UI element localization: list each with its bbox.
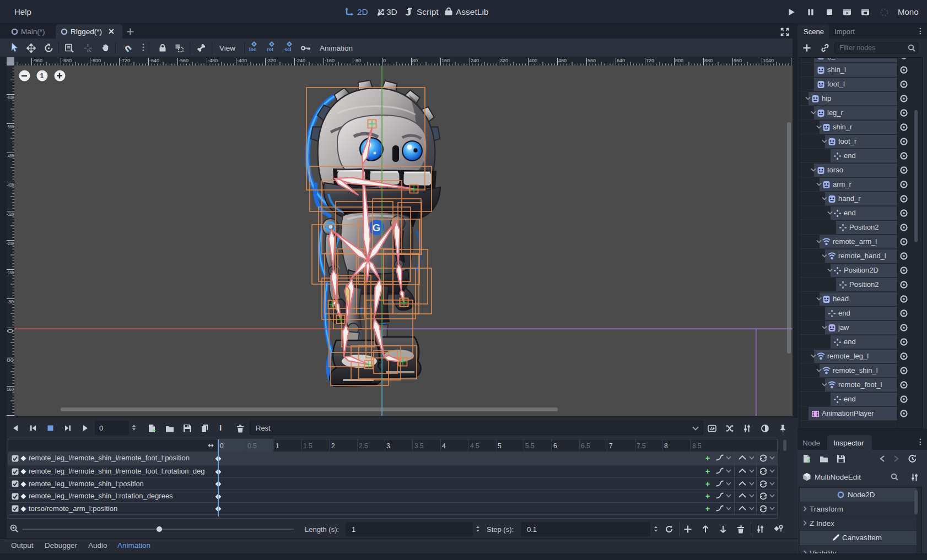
- svg-text:A: A: [710, 426, 713, 431]
- svg-text:5: 5: [498, 442, 502, 450]
- svg-text:6.5: 6.5: [581, 442, 590, 450]
- svg-text:2.5: 2.5: [359, 442, 368, 450]
- svg-text:4: 4: [442, 442, 446, 450]
- svg-text:5.5: 5.5: [525, 442, 535, 450]
- svg-text:6: 6: [553, 442, 557, 450]
- svg-text:G: G: [373, 222, 381, 233]
- svg-text:8: 8: [664, 442, 668, 450]
- svg-text:3.5: 3.5: [414, 442, 424, 450]
- svg-text:0: 0: [220, 442, 224, 450]
- svg-text:8.5: 8.5: [692, 442, 702, 450]
- svg-text:3: 3: [386, 442, 390, 450]
- svg-text:7.5: 7.5: [637, 442, 646, 450]
- svg-text:2: 2: [331, 442, 335, 450]
- svg-text:1: 1: [276, 442, 279, 450]
- svg-text:4.5: 4.5: [470, 442, 479, 450]
- svg-text:1: 1: [40, 72, 44, 80]
- svg-text:7: 7: [609, 442, 613, 450]
- svg-text:0.5: 0.5: [247, 442, 257, 450]
- svg-text:1.5: 1.5: [303, 442, 312, 450]
